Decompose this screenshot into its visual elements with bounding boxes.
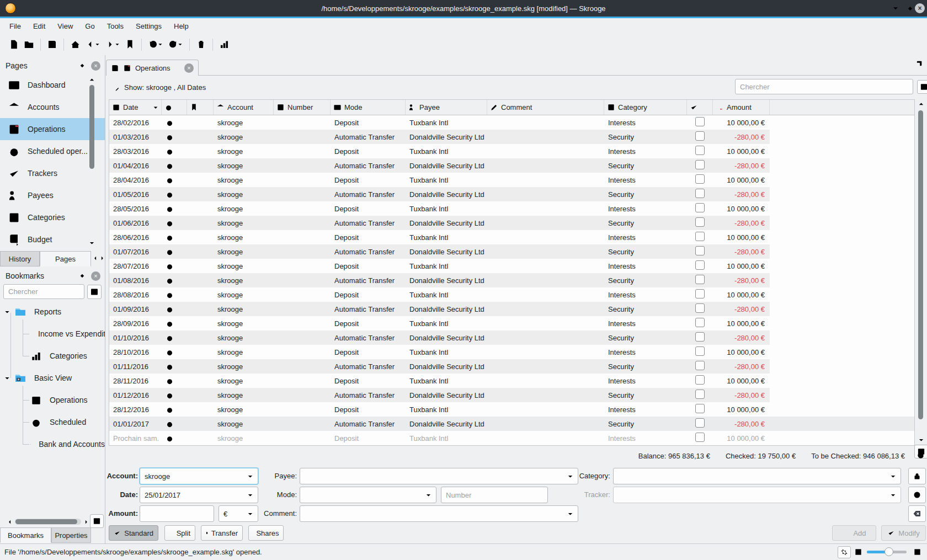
dock-tab-pages[interactable]: Pages	[40, 251, 91, 266]
menu-help[interactable]: Help	[168, 20, 195, 33]
bookmark-button[interactable]	[122, 36, 137, 53]
bookmarks-config-button[interactable]	[90, 514, 104, 528]
checked-checkbox[interactable]	[695, 189, 705, 198]
operation-row[interactable]: 01/09/2016 skrooge Automatic Transfer Do…	[109, 302, 914, 316]
zoom-original-button[interactable]	[838, 546, 851, 558]
refresh-balance-icon[interactable]	[916, 451, 925, 460]
zoom-slider-handle[interactable]	[885, 547, 893, 556]
operation-row[interactable]: 28/06/2016 skrooge Deposit Tuxbank Intl …	[109, 230, 914, 244]
operation-row[interactable]: 28/11/2016 skrooge Deposit Tuxbank Intl …	[109, 374, 914, 388]
freeze-button[interactable]	[908, 468, 926, 484]
menu-view[interactable]: View	[51, 20, 79, 33]
operation-row[interactable]: Prochain sam. skrooge Deposit Tuxbank In…	[109, 431, 914, 445]
dock-tab-history[interactable]: History	[0, 251, 40, 266]
title-bar[interactable]: /home/s/Developpements/skrooge/examples/…	[0, 0, 927, 17]
float-dock-icon[interactable]	[79, 273, 86, 279]
menu-file[interactable]: File	[3, 20, 27, 33]
menu-settings[interactable]: Settings	[130, 20, 168, 33]
scroll-up-icon[interactable]	[88, 76, 95, 83]
fast-edition-button[interactable]	[908, 487, 926, 503]
zoom-slider[interactable]	[867, 551, 907, 553]
operation-row[interactable]: 01/11/2016 skrooge Automatic Transfer Do…	[109, 359, 914, 374]
checked-checkbox[interactable]	[695, 160, 705, 169]
checked-checkbox[interactable]	[695, 275, 705, 284]
checked-checkbox[interactable]	[695, 318, 705, 327]
payee-combo[interactable]	[300, 468, 578, 484]
expand-icon[interactable]	[3, 308, 11, 316]
operations-search-input[interactable]	[735, 79, 913, 94]
close-button[interactable]: ×	[915, 3, 925, 13]
column-header-account[interactable]: Account	[214, 100, 274, 115]
column-header-date[interactable]: Date	[109, 100, 162, 115]
checked-checkbox[interactable]	[695, 303, 705, 313]
detach-tab-icon[interactable]	[914, 60, 923, 69]
checked-checkbox[interactable]	[695, 203, 705, 212]
operation-row[interactable]: 01/03/2016 skrooge Automatic Transfer Do…	[109, 130, 914, 144]
operation-row[interactable]: 01/05/2016 skrooge Automatic Transfer Do…	[109, 187, 914, 201]
go-forward-button[interactable]	[103, 36, 122, 53]
sidebar-item-payees[interactable]: Payees	[0, 184, 105, 206]
operation-row[interactable]: 01/07/2016 skrooge Automatic Transfer Do…	[109, 244, 914, 259]
close-dock-icon[interactable]: ×	[91, 271, 100, 281]
add-button[interactable]: Add	[832, 525, 876, 541]
scroll-down-icon[interactable]	[918, 436, 925, 444]
bookmarks-search-input[interactable]	[3, 284, 84, 299]
bookmark-folder-reports[interactable]: Reports	[0, 301, 105, 323]
hscroll-left-icon[interactable]	[7, 519, 13, 525]
checked-checkbox[interactable]	[695, 117, 705, 126]
expand-icon[interactable]	[3, 375, 11, 382]
operation-row[interactable]: 28/12/2016 skrooge Deposit Tuxbank Intl …	[109, 402, 914, 417]
checked-checkbox[interactable]	[695, 433, 705, 442]
category-combo[interactable]	[613, 468, 901, 484]
open-report-button[interactable]	[217, 36, 232, 53]
mode-combo[interactable]	[300, 487, 436, 503]
table-config-button[interactable]	[917, 80, 927, 94]
number-input[interactable]	[441, 487, 548, 503]
checked-checkbox[interactable]	[695, 174, 705, 184]
tracker-combo[interactable]	[613, 487, 901, 503]
bookmarks-menu-button[interactable]	[87, 285, 102, 299]
hscroll-right-icon[interactable]	[83, 519, 89, 525]
go-back-button[interactable]	[83, 36, 103, 53]
zoom-fit-icon[interactable]	[913, 548, 921, 556]
bookmark-item-bank-and-accounts[interactable]: Bank and Accounts	[0, 433, 105, 455]
tabs-scroll-left-icon[interactable]	[92, 255, 99, 262]
scroll-up-icon[interactable]	[918, 100, 925, 108]
checked-checkbox[interactable]	[695, 131, 705, 141]
bookmark-item-income-vs-expenditure[interactable]: Income vs Expenditure	[0, 323, 105, 345]
date-combo[interactable]: 25/01/2017	[140, 487, 258, 503]
open-file-button[interactable]	[22, 36, 36, 53]
operation-row[interactable]: 01/04/2016 skrooge Automatic Transfer Do…	[109, 158, 914, 173]
checked-checkbox[interactable]	[695, 404, 705, 413]
checked-checkbox[interactable]	[695, 146, 705, 155]
home-button[interactable]	[68, 36, 83, 53]
tabs-scroll-right-icon[interactable]	[99, 255, 105, 262]
operation-row[interactable]: 01/12/2016 skrooge Automatic Transfer Do…	[109, 388, 914, 402]
checked-checkbox[interactable]	[695, 346, 705, 356]
operation-row[interactable]: 01/01/2017 skrooge Automatic Transfer Do…	[109, 417, 914, 431]
bookmark-item-operations[interactable]: Operations	[0, 389, 105, 411]
sidebar-item-categories[interactable]: Categories	[0, 206, 105, 228]
float-dock-icon[interactable]	[79, 62, 86, 69]
checked-checkbox[interactable]	[695, 361, 705, 370]
column-header-scheduled[interactable]	[162, 100, 187, 115]
operation-row[interactable]: 01/06/2016 skrooge Automatic Transfer Do…	[109, 216, 914, 230]
new-document-button[interactable]	[7, 36, 22, 53]
column-header-status[interactable]	[687, 100, 713, 115]
menu-edit[interactable]: Edit	[27, 20, 51, 33]
checked-checkbox[interactable]	[695, 418, 705, 428]
type-button-split[interactable]: Split	[164, 525, 195, 541]
operation-row[interactable]: 28/10/2016 skrooge Deposit Tuxbank Intl …	[109, 345, 914, 359]
checked-checkbox[interactable]	[695, 217, 705, 227]
type-button-transfer[interactable]: Transfer	[201, 525, 243, 541]
bookmark-item-categories[interactable]: Categories	[0, 345, 105, 367]
undo-button[interactable]	[146, 36, 166, 53]
delete-button[interactable]	[194, 36, 209, 53]
operation-row[interactable]: 28/08/2016 skrooge Deposit Tuxbank Intl …	[109, 287, 914, 302]
clear-editor-button[interactable]	[908, 505, 926, 522]
hscrollbar-track[interactable]	[15, 519, 81, 525]
column-header-comment[interactable]: Comment	[487, 100, 604, 115]
account-combo[interactable]: skrooge	[140, 468, 258, 484]
operation-row[interactable]: 01/10/2016 skrooge Automatic Transfer Do…	[109, 330, 914, 345]
save-button[interactable]	[45, 36, 60, 53]
